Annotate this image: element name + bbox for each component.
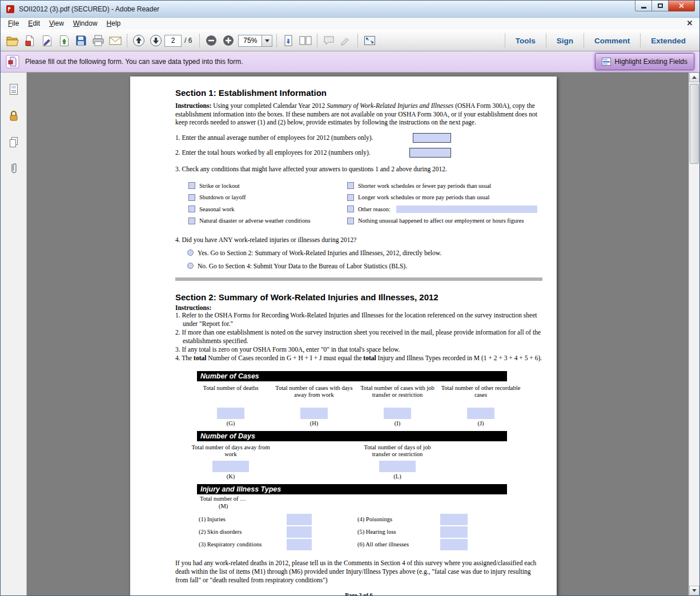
column-header: Total number of cases with days away fro… — [272, 381, 356, 408]
other-reason-field[interactable] — [396, 206, 537, 213]
email-button[interactable] — [107, 33, 123, 49]
type-row: (2) Skin disorders (5) Hearing loss — [197, 526, 507, 538]
hearing-loss-field[interactable] — [440, 526, 468, 538]
next-page-icon — [150, 34, 162, 47]
column-key: (H) — [272, 420, 356, 429]
security-panel-button[interactable] — [5, 108, 22, 124]
all-other-illnesses-field[interactable] — [440, 539, 468, 550]
zoom-out-button[interactable] — [203, 33, 219, 49]
checkbox-row: Seasonal work Other reason: — [188, 203, 542, 215]
zoom-in-button[interactable] — [220, 33, 236, 49]
checkbox-label: Strike or lockout — [199, 183, 240, 189]
pages-panel-button[interactable] — [5, 134, 22, 150]
days-away-cases-field[interactable] — [300, 408, 328, 419]
share-upload-button[interactable] — [56, 33, 72, 49]
print-button[interactable] — [90, 33, 106, 49]
scrollbar-thumb[interactable] — [690, 84, 699, 164]
titlebar: SOII2012 (3).pdf (SECURED) - Adobe Reade… — [1, 1, 699, 18]
document-canvas[interactable]: Section 1: Establishment Information Ins… — [27, 73, 689, 595]
nothing-unusual-checkbox[interactable] — [347, 218, 354, 224]
column-header: Total number of days of job transfer or … — [356, 441, 439, 461]
type-label: (3) Respiratory conditions — [197, 541, 287, 547]
days-column-k: Total number of days away from work (K) — [189, 441, 272, 482]
injuries-field[interactable] — [287, 514, 312, 525]
maximize-button[interactable] — [652, 1, 669, 11]
total-hours-field[interactable] — [409, 148, 451, 158]
injury-illness-types-header: Injury and Illness Types — [197, 484, 507, 494]
menu-help[interactable]: Help — [102, 18, 126, 29]
tools-panel-button[interactable]: Tools — [505, 37, 546, 45]
toolbar-panels: Tools Sign Comment Extended — [505, 30, 696, 51]
minimize-button[interactable] — [635, 1, 652, 11]
highlight-fields-icon — [602, 58, 611, 66]
vertical-scrollbar[interactable] — [689, 73, 699, 595]
scroll-down-button[interactable] — [689, 586, 699, 595]
next-page-button[interactable] — [148, 33, 164, 49]
drawing-markup-icon — [340, 35, 352, 46]
page-number-input[interactable] — [164, 35, 182, 47]
job-transfer-days-field[interactable] — [379, 461, 416, 472]
open-button[interactable] — [5, 33, 21, 49]
instruction-item-1: 1. Refer to the OSHA Forms for Recording… — [175, 311, 542, 328]
adobe-reader-window: SOII2012 (3).pdf (SECURED) - Adobe Reade… — [0, 0, 700, 596]
toolbar-separator — [127, 34, 127, 47]
other-recordable-cases-field[interactable] — [467, 408, 494, 419]
menu-file[interactable]: File — [3, 18, 23, 29]
shorter-schedules-checkbox[interactable] — [347, 182, 354, 189]
page-scroll-mode-button[interactable] — [280, 33, 296, 49]
scroll-down-icon — [692, 589, 697, 592]
attachments-panel-button[interactable] — [5, 160, 22, 176]
sticky-note-button[interactable] — [321, 33, 337, 49]
text-segment: total — [363, 355, 376, 361]
checkbox-cell: Strike or lockout — [188, 182, 347, 189]
yes-radio-button[interactable] — [187, 249, 194, 256]
menubar-close-icon[interactable]: ✕ — [685, 19, 694, 27]
days-away-total-field[interactable] — [212, 461, 249, 472]
sign-panel-button[interactable]: Sign — [546, 37, 584, 45]
seasonal-work-checkbox[interactable] — [188, 206, 195, 212]
longer-schedules-checkbox[interactable] — [347, 194, 354, 201]
page-thumbnails-button[interactable] — [5, 82, 22, 98]
toolbar: / 6 — [1, 30, 699, 51]
menu-edit[interactable]: Edit — [23, 18, 45, 29]
employees-number-field[interactable] — [413, 133, 451, 143]
column-key: (K) — [189, 473, 272, 482]
question-1-label: 1. Enter the annual average number of em… — [175, 134, 373, 141]
other-reason-checkbox[interactable] — [347, 206, 354, 212]
fill-sign-button[interactable] — [39, 33, 55, 49]
job-transfer-cases-field[interactable] — [384, 408, 411, 419]
zoom-level-input[interactable] — [238, 35, 262, 47]
no-radio-button[interactable] — [187, 263, 194, 269]
fill-sign-icon — [42, 35, 53, 47]
strike-lockout-checkbox[interactable] — [188, 182, 195, 189]
instruction-item-3: 3. If any total is zero on your OSHA For… — [175, 345, 542, 354]
respiratory-conditions-field[interactable] — [287, 539, 312, 550]
poisonings-field[interactable] — [440, 514, 468, 525]
save-button[interactable] — [73, 33, 89, 49]
drawing-markup-button[interactable] — [338, 33, 354, 49]
text-segment: Using your completed Calendar Year 2012 — [211, 102, 327, 109]
checkbox-cell: Shorter work schedules or fewer pay peri… — [347, 182, 491, 189]
zoom-dropdown-button[interactable] — [262, 35, 272, 47]
natural-disaster-checkbox[interactable] — [188, 218, 195, 224]
security-lock-icon — [8, 110, 19, 122]
extended-panel-button[interactable]: Extended — [641, 37, 696, 45]
create-pdf-button[interactable] — [22, 33, 38, 49]
scroll-up-button[interactable] — [689, 73, 699, 82]
minimize-icon — [641, 7, 646, 9]
column-header: Total number of cases with job transfer … — [356, 381, 439, 408]
empty-column — [439, 441, 522, 482]
deaths-total-field[interactable] — [217, 408, 244, 419]
menu-window[interactable]: Window — [69, 18, 102, 29]
comment-panel-button[interactable]: Comment — [584, 37, 640, 45]
menu-view[interactable]: View — [45, 18, 69, 29]
page-display-mode-button[interactable] — [297, 33, 313, 49]
fullscreen-button[interactable] — [361, 33, 377, 49]
shutdown-layoff-checkbox[interactable] — [188, 194, 195, 201]
skin-disorders-field[interactable] — [287, 526, 312, 538]
highlight-existing-fields-button[interactable]: Highlight Existing Fields — [595, 53, 694, 70]
previous-page-button[interactable] — [131, 33, 147, 49]
pages-icon — [8, 136, 19, 148]
close-button[interactable] — [669, 1, 695, 11]
save-icon — [75, 35, 87, 46]
